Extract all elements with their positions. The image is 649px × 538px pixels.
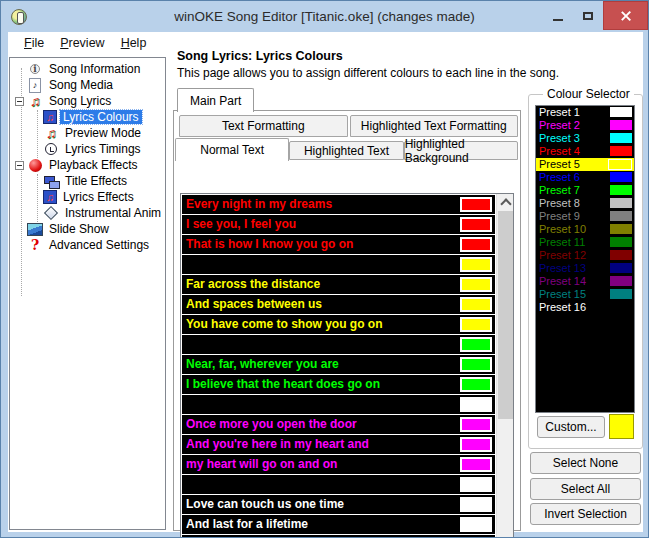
tab-normal-text[interactable]: Normal Text [175,138,289,161]
preset-item-preset-1[interactable]: Preset 1 [536,106,634,119]
preset-item-preset-10[interactable]: Preset 10 [536,223,634,236]
select-none-button[interactable]: Select None [530,452,641,474]
lyric-colour-swatch[interactable] [460,357,492,372]
tab-text-formatting[interactable]: Text Formatting [179,115,348,137]
preset-label: Preset 5 [539,158,580,170]
preset-item-preset-6[interactable]: Preset 6 [536,171,634,184]
preset-item-preset-14[interactable]: Preset 14 [536,275,634,288]
lyrics-scrollbar[interactable] [496,194,513,538]
sidebar-item-label: Lyrics Colours [60,110,142,124]
preset-item-preset-4[interactable]: Preset 4 [536,145,634,158]
page-title: Song Lyrics: Lyrics Colours [177,49,343,63]
lyric-row[interactable] [182,335,495,354]
tab-main-part[interactable]: Main Part [177,88,254,112]
lyric-colour-swatch[interactable] [460,297,492,312]
lyric-colour-swatch[interactable] [460,517,492,532]
lyric-row[interactable]: I believe that the heart does go on [182,375,495,394]
lyric-colour-swatch[interactable] [460,457,492,472]
lyrics-list[interactable]: Every night in my dreamsI see you, I fee… [180,193,514,538]
preset-item-preset-12[interactable]: Preset 12 [536,249,634,262]
lyric-colour-swatch[interactable] [460,257,492,272]
sidebar-item-lyrics-timings[interactable]: Lyrics Timings [10,141,165,157]
lyric-row[interactable]: Near, far, wherever you are [182,355,495,374]
preset-item-preset-7[interactable]: Preset 7 [536,184,634,197]
menu-item-preview[interactable]: Preview [52,33,112,53]
lyric-row[interactable] [182,395,495,414]
select-all-button[interactable]: Select All [530,478,641,500]
lyric-colour-swatch[interactable] [460,237,492,252]
custom-colour-swatch[interactable] [609,414,634,439]
lyric-colour-swatch[interactable] [460,277,492,292]
lyric-colour-swatch[interactable] [460,317,492,332]
preset-item-preset-15[interactable]: Preset 15 [536,288,634,301]
sidebar-item-song-lyrics[interactable]: Song Lyrics [10,93,165,109]
preset-item-preset-5[interactable]: Preset 5 [536,158,634,171]
lyric-colour-swatch[interactable] [460,217,492,232]
lyrics-effects-icon [43,190,57,204]
preset-item-preset-9[interactable]: Preset 9 [536,210,634,223]
lyric-colour-swatch[interactable] [460,437,492,452]
minimize-button[interactable] [543,1,573,30]
close-button[interactable] [603,1,648,30]
menu-item-help[interactable]: Help [113,33,155,53]
lyric-row[interactable] [182,475,495,494]
sidebar-tree[interactable]: Song InformationSong MediaSong LyricsLyr… [9,57,166,530]
custom-colour-button[interactable]: Custom... [537,416,605,438]
lyric-row[interactable]: And last for a lifetime [182,515,495,534]
sidebar-item-lyrics-colours[interactable]: Lyrics Colours [10,109,165,125]
tab-highlighted-background[interactable]: Highlighted Background [404,141,518,160]
lyric-colour-swatch[interactable] [460,477,492,492]
text-tabs: Normal TextHighlighted TextHighlighted B… [175,137,518,160]
lyric-row[interactable]: Love can touch us one time [182,495,495,514]
page-description: This page allows you to assign different… [177,66,559,80]
lyric-row[interactable]: And spaces between us [182,295,495,314]
preset-item-preset-11[interactable]: Preset 11 [536,236,634,249]
preset-item-preset-2[interactable]: Preset 2 [536,119,634,132]
sidebar-item-title-effects[interactable]: Title Effects [10,173,165,189]
tab-highlighted-text-formatting[interactable]: Highlighted Text Formatting [350,115,519,137]
invert-selection-button[interactable]: Invert Selection [530,503,641,525]
scrollbar-thumb[interactable] [498,211,513,419]
sidebar-item-song-media[interactable]: Song Media [10,77,165,93]
lyric-colour-swatch[interactable] [460,397,492,412]
lyric-row[interactable]: Far across the distance [182,275,495,294]
lyric-row[interactable]: my heart will go on and on [182,455,495,474]
lyric-row[interactable]: Once more you open the door [182,415,495,434]
lyric-row[interactable]: I see you, I feel you [182,215,495,234]
maximize-button[interactable] [573,1,603,30]
sidebar-item-playback-effects[interactable]: Playback Effects [10,157,165,173]
lyric-text: Far across the distance [186,275,455,294]
collapse-minus-icon[interactable] [15,161,24,170]
lyric-row[interactable]: And you're here in my heart and [182,435,495,454]
lyric-colour-swatch[interactable] [460,497,492,512]
sidebar-item-lyrics-effects[interactable]: Lyrics Effects [10,189,165,205]
sidebar-item-advanced-settings[interactable]: Advanced Settings [10,237,165,253]
sidebar-item-instrumental-anim[interactable]: Instrumental Anim [10,205,165,221]
lyric-colour-swatch[interactable] [460,377,492,392]
lyric-colour-swatch[interactable] [460,417,492,432]
lyric-text: my heart will go on and on [186,455,455,474]
scroll-up-button[interactable] [497,194,514,211]
preset-item-preset-16[interactable]: Preset 16 [536,301,634,314]
lyric-row[interactable] [182,255,495,274]
preset-colour-swatch [610,237,632,247]
lyric-row[interactable]: Every night in my dreams [182,195,495,214]
app-window: winOKE Song Editor [Titanic.oke] (change… [0,0,649,538]
preset-label: Preset 16 [539,301,586,313]
menu-item-file[interactable]: File [16,33,52,53]
preset-colour-swatch [610,224,632,234]
sidebar-item-song-information[interactable]: Song Information [10,61,165,77]
sidebar-item-preview-mode[interactable]: Preview Mode [10,125,165,141]
sidebar-item-slide-show[interactable]: Slide Show [10,221,165,237]
lyric-row[interactable]: That is how I know you go on [182,235,495,254]
lyric-colour-swatch[interactable] [460,337,492,352]
title-bar[interactable]: winOKE Song Editor [Titanic.oke] (change… [1,1,648,32]
preset-item-preset-8[interactable]: Preset 8 [536,197,634,210]
tab-highlighted-text[interactable]: Highlighted Text [289,141,403,160]
preset-item-preset-3[interactable]: Preset 3 [536,132,634,145]
lyric-colour-swatch[interactable] [460,197,492,212]
preset-list[interactable]: Preset 1Preset 2Preset 3Preset 4Preset 5… [535,105,635,413]
preset-item-preset-13[interactable]: Preset 13 [536,262,634,275]
collapse-minus-icon[interactable] [15,97,24,106]
lyric-row[interactable]: You have come to show you go on [182,315,495,334]
